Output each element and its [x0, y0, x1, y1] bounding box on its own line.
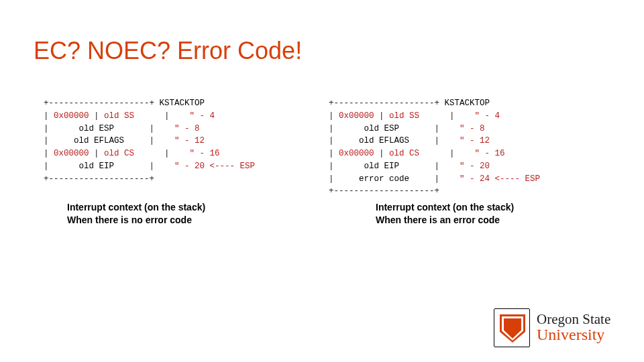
logo-line2: University: [537, 326, 610, 343]
cell: old ESP: [79, 124, 115, 133]
stack-diagram-noec: +--------------------+ KSTACKTOP | 0x000…: [44, 97, 255, 185]
offset: " - 12: [174, 136, 205, 145]
kstacktop-label: KSTACKTOP: [160, 99, 205, 108]
caption-line: Interrupt context (on the stack): [376, 201, 514, 214]
cell: old EIP: [79, 162, 115, 171]
offset: " - 12: [460, 136, 490, 145]
offset: " - 8: [174, 124, 200, 133]
offset: " - 4: [475, 111, 500, 121]
cell: old EFLAGS: [74, 136, 124, 145]
caption-line: When there is no error code: [67, 214, 205, 227]
cell: 0x00000: [339, 149, 374, 158]
caption-line: When there is an error code: [376, 214, 514, 227]
logo-text: Oregon State University: [537, 312, 610, 343]
shield-icon: [500, 314, 525, 343]
osu-crest-icon: [494, 308, 530, 347]
cell: old EFLAGS: [359, 136, 409, 145]
caption-noec: Interrupt context (on the stack) When th…: [67, 201, 205, 227]
offset: " - 8: [460, 124, 485, 133]
cell: old EIP: [364, 162, 400, 171]
caption-line: Interrupt context (on the stack): [67, 201, 205, 214]
cell: old SS: [389, 111, 419, 121]
cell: 0x00000: [54, 149, 89, 158]
offset: " - 20 <---- ESP: [174, 162, 255, 171]
cell: old CS: [389, 149, 419, 158]
cell: old SS: [104, 111, 134, 121]
caption-ec: Interrupt context (on the stack) When th…: [376, 201, 514, 227]
offset: " - 24 <---- ESP: [460, 174, 540, 184]
slide-title: EC? NOEC? Error Code!: [34, 37, 302, 65]
offset: " - 4: [190, 111, 215, 121]
cell: old ESP: [364, 124, 400, 133]
osu-logo: Oregon State University: [494, 303, 635, 353]
stack-diagram-ec: +--------------------+ KSTACKTOP | 0x000…: [329, 97, 540, 198]
kstacktop-label: KSTACKTOP: [445, 99, 490, 108]
cell: error code: [359, 174, 409, 184]
offset: " - 20: [460, 162, 490, 171]
offset: " - 16: [475, 149, 505, 158]
cell: old CS: [104, 149, 134, 158]
offset: " - 16: [190, 149, 220, 158]
cell: 0x00000: [54, 111, 89, 121]
cell: 0x00000: [339, 111, 374, 121]
logo-line1: Oregon State: [537, 312, 610, 326]
